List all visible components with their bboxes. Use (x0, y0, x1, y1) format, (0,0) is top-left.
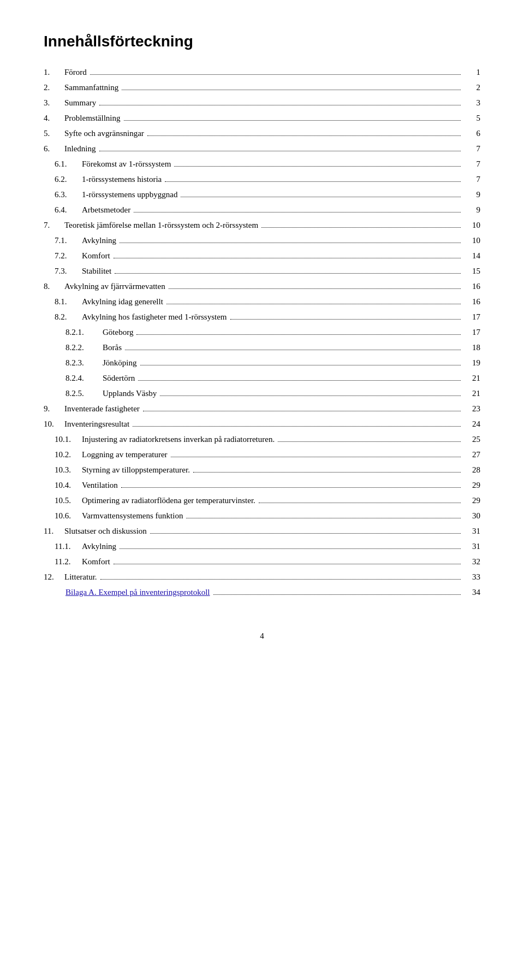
toc-entry-label: Styrning av tilloppstemperaturer. (82, 463, 190, 476)
toc-entry: 1.Förord1 (44, 66, 480, 79)
toc-entry: 8.2.5.Upplands Väsby21 (44, 387, 480, 400)
toc-dots (121, 487, 461, 488)
toc-entry: 8.2.3.Jönköping19 (44, 356, 480, 369)
toc-entry-label: 1-rörssystemens uppbyggnad (82, 188, 177, 201)
toc-entry-label: Upplands Väsby (103, 387, 157, 400)
toc-entry-number: 10.4. (55, 479, 82, 492)
toc-entry-number: 8. (44, 280, 64, 293)
toc-entry-number: 8.2.2. (66, 341, 103, 354)
toc-entry: 10.2.Loggning av temperaturer27 (44, 448, 480, 461)
toc-entry: 9.Inventerade fastigheter23 (44, 402, 480, 415)
toc-entry: 6.4.Arbetsmetoder9 (44, 203, 480, 216)
toc-dots (134, 212, 461, 212)
toc-entry-number: 6. (44, 142, 64, 155)
toc-dots (278, 441, 461, 442)
toc-dots (122, 90, 461, 90)
toc-dots (169, 288, 461, 289)
toc-entry-label: Teoretisk jämförelse mellan 1-rörssystem… (64, 219, 258, 232)
toc-entry-label: Bilaga A. Exempel på inventeringsprotoko… (66, 586, 210, 599)
toc-entry-page: 28 (464, 463, 480, 476)
toc-dots (230, 319, 461, 320)
page-title: Innehållsförteckning (44, 33, 480, 50)
toc-entry-number: 8.1. (55, 295, 82, 308)
toc-entry-page: 19 (464, 356, 480, 369)
toc-entry-number: 10.5. (55, 494, 82, 507)
toc-entry-label: Stabilitet (82, 264, 111, 278)
toc-dots (136, 334, 461, 335)
toc-entry-label: Förord (64, 66, 87, 79)
toc-entry-label: 1-rörssystemens historia (82, 173, 162, 186)
toc-entry-label: Förekomst av 1-rörssystem (82, 157, 171, 170)
toc-entry: 10.1.Injustering av radiatorkretsens inv… (44, 433, 480, 446)
toc-entry-page: 7 (464, 142, 480, 155)
toc-dots (165, 181, 461, 182)
toc-entry-page: 7 (464, 173, 480, 186)
toc-entry-label: Avkylning (82, 234, 116, 247)
toc-entry-label: Loggning av temperaturer (82, 448, 168, 461)
toc-entry-page: 23 (464, 402, 480, 415)
toc-dots (147, 135, 461, 136)
toc-entry-page: 16 (464, 280, 480, 293)
toc-dots (124, 120, 461, 121)
toc-dots (259, 503, 461, 503)
toc-entry-page: 3 (464, 96, 480, 109)
toc-entry-page: 9 (464, 188, 480, 201)
toc-entry-page: 21 (464, 387, 480, 400)
toc-entry-label: Avkylning av fjärrvärmevatten (64, 280, 165, 293)
toc-entry: 2.Sammanfattning2 (44, 81, 480, 94)
toc-entry-page: 31 (464, 540, 480, 553)
toc-entry-number: 10. (44, 417, 64, 430)
toc-entry-label: Borås (103, 341, 122, 354)
toc-entry-number: 8.2.3. (66, 356, 103, 369)
toc-entry-page: 2 (464, 81, 480, 94)
toc-entry-number: 1. (44, 66, 64, 79)
toc-dots (171, 457, 461, 457)
toc-dots (150, 533, 461, 534)
toc-dots (99, 105, 461, 105)
toc-entry-page: 33 (464, 570, 480, 583)
toc-dots (166, 304, 461, 304)
toc-entry-page: 5 (464, 111, 480, 125)
toc-entry: 7.Teoretisk jämförelse mellan 1-rörssyst… (44, 219, 480, 232)
toc-entry: 7.1.Avkylning10 (44, 234, 480, 247)
toc-entry: 10.4.Ventilation29 (44, 479, 480, 492)
toc-entry-label: Optimering av radiatorflödena ger temper… (82, 494, 255, 507)
toc-dots (193, 472, 461, 473)
toc-entry-number: 7.2. (55, 249, 82, 262)
toc-entry-page: 17 (464, 326, 480, 339)
toc-entry-page: 15 (464, 264, 480, 278)
toc-dots (133, 426, 461, 427)
toc-entry-label: Varmvattensystemens funktion (82, 509, 183, 522)
toc-dots (181, 197, 461, 197)
toc-entry-page: 18 (464, 341, 480, 354)
toc-entry-page: 10 (464, 219, 480, 232)
toc-entry-label: Komfort (82, 249, 110, 262)
toc-entry-number: 10.3. (55, 463, 82, 476)
toc-entry-page: 31 (464, 524, 480, 538)
toc-dots (186, 518, 461, 518)
toc-entry-label: Komfort (82, 555, 110, 568)
toc-dots (114, 258, 461, 258)
toc-entry-label: Sammanfattning (64, 81, 118, 94)
toc-dots (138, 380, 461, 381)
toc-entry-label: Litteratur. (64, 570, 97, 583)
toc-entry-number: 6.3. (55, 188, 82, 201)
toc-entry: 6.2.1-rörssystemens historia7 (44, 173, 480, 186)
toc-entry-number: 6.4. (55, 203, 82, 216)
toc-entry-page: 27 (464, 448, 480, 461)
toc-entry: 4.Problemställning5 (44, 111, 480, 125)
toc-entry-number: 10.2. (55, 448, 82, 461)
toc-entry-page: 17 (464, 310, 480, 323)
toc-entry: 10.Inventeringsresultat24 (44, 417, 480, 430)
toc-entry-number: 8.2. (55, 310, 82, 323)
toc-entry: 8.2.1.Göteborg17 (44, 326, 480, 339)
toc-entry-number: 7.3. (55, 264, 82, 278)
toc-entry-page: 25 (464, 433, 480, 446)
toc-entry-number: 10.6. (55, 509, 82, 522)
toc-entry-page: 16 (464, 295, 480, 308)
toc-entry-number: 6.2. (55, 173, 82, 186)
toc-entry-page: 9 (464, 203, 480, 216)
toc-dots (100, 579, 461, 580)
toc-dots (99, 151, 461, 151)
toc-entry: 10.5.Optimering av radiatorflödena ger t… (44, 494, 480, 507)
